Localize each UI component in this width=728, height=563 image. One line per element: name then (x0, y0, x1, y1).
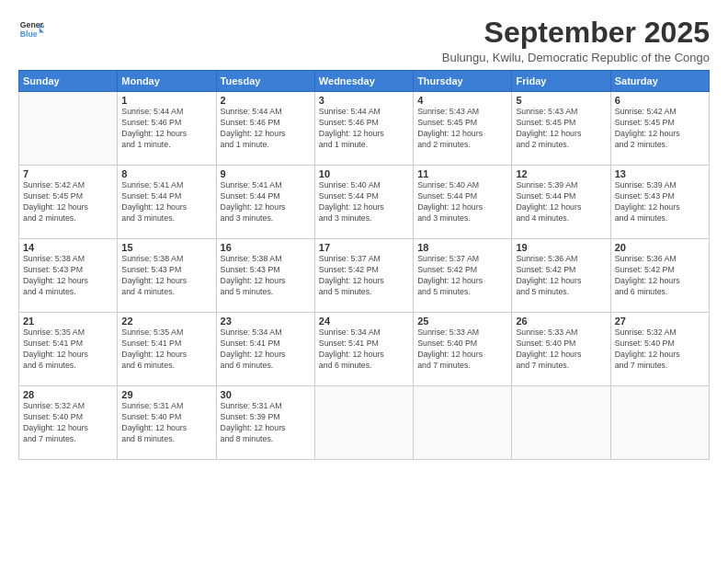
day-info: Sunrise: 5:38 AM Sunset: 5:43 PM Dayligh… (221, 254, 311, 298)
table-row: 15Sunrise: 5:38 AM Sunset: 5:43 PM Dayli… (118, 239, 216, 313)
col-saturday: Saturday (610, 71, 709, 92)
day-info: Sunrise: 5:37 AM Sunset: 5:42 PM Dayligh… (319, 254, 409, 298)
day-info: Sunrise: 5:44 AM Sunset: 5:46 PM Dayligh… (319, 107, 409, 151)
day-info: Sunrise: 5:31 AM Sunset: 5:40 PM Dayligh… (121, 401, 211, 445)
day-info: Sunrise: 5:33 AM Sunset: 5:40 PM Dayligh… (417, 327, 507, 372)
day-number: 13 (615, 168, 705, 179)
table-row: 27Sunrise: 5:32 AM Sunset: 5:40 PM Dayli… (610, 313, 709, 386)
day-info: Sunrise: 5:36 AM Sunset: 5:42 PM Dayligh… (516, 254, 606, 298)
day-number: 27 (615, 316, 705, 327)
day-number: 12 (516, 168, 606, 179)
day-number: 19 (516, 242, 606, 253)
col-thursday: Thursday (414, 71, 512, 92)
day-info: Sunrise: 5:35 AM Sunset: 5:41 PM Dayligh… (121, 327, 211, 372)
day-info: Sunrise: 5:34 AM Sunset: 5:41 PM Dayligh… (319, 327, 409, 372)
table-row: 1Sunrise: 5:44 AM Sunset: 5:46 PM Daylig… (118, 92, 216, 166)
svg-text:Blue: Blue (20, 29, 38, 39)
day-number: 21 (23, 316, 113, 327)
table-row: 29Sunrise: 5:31 AM Sunset: 5:40 PM Dayli… (118, 386, 216, 460)
day-info: Sunrise: 5:42 AM Sunset: 5:45 PM Dayligh… (615, 107, 705, 151)
day-number: 2 (221, 95, 311, 106)
day-info: Sunrise: 5:32 AM Sunset: 5:40 PM Dayligh… (23, 401, 113, 445)
day-info: Sunrise: 5:44 AM Sunset: 5:46 PM Dayligh… (221, 107, 311, 151)
calendar-week-row: 14Sunrise: 5:38 AM Sunset: 5:43 PM Dayli… (19, 239, 710, 313)
table-row: 28Sunrise: 5:32 AM Sunset: 5:40 PM Dayli… (19, 386, 118, 460)
logo: General Blue (18, 17, 44, 42)
table-row: 10Sunrise: 5:40 AM Sunset: 5:44 PM Dayli… (314, 166, 413, 239)
day-number: 1 (121, 95, 211, 106)
day-info: Sunrise: 5:32 AM Sunset: 5:40 PM Dayligh… (615, 327, 705, 372)
col-monday: Monday (118, 71, 216, 92)
page-header: General Blue September 2025 Bulungu, Kwi… (18, 17, 710, 64)
day-info: Sunrise: 5:42 AM Sunset: 5:45 PM Dayligh… (23, 180, 113, 224)
month-title: September 2025 (442, 17, 710, 49)
day-info: Sunrise: 5:36 AM Sunset: 5:42 PM Dayligh… (615, 254, 705, 298)
location-subtitle: Bulungu, Kwilu, Democratic Republic of t… (442, 51, 710, 64)
col-sunday: Sunday (19, 71, 118, 92)
table-row: 26Sunrise: 5:33 AM Sunset: 5:40 PM Dayli… (512, 313, 610, 386)
table-row (512, 386, 610, 460)
day-info: Sunrise: 5:41 AM Sunset: 5:44 PM Dayligh… (221, 180, 311, 224)
day-number: 25 (417, 316, 507, 327)
day-number: 18 (417, 242, 507, 253)
table-row: 5Sunrise: 5:43 AM Sunset: 5:45 PM Daylig… (512, 92, 610, 166)
table-row: 12Sunrise: 5:39 AM Sunset: 5:44 PM Dayli… (512, 166, 610, 239)
day-number: 15 (121, 242, 211, 253)
day-number: 30 (221, 389, 311, 400)
day-number: 17 (319, 242, 409, 253)
col-wednesday: Wednesday (314, 71, 413, 92)
day-info: Sunrise: 5:37 AM Sunset: 5:42 PM Dayligh… (417, 254, 507, 298)
table-row: 11Sunrise: 5:40 AM Sunset: 5:44 PM Dayli… (414, 166, 512, 239)
day-info: Sunrise: 5:39 AM Sunset: 5:43 PM Dayligh… (615, 180, 705, 224)
table-row: 13Sunrise: 5:39 AM Sunset: 5:43 PM Dayli… (610, 166, 709, 239)
table-row (610, 386, 709, 460)
calendar-header-row: Sunday Monday Tuesday Wednesday Thursday… (19, 71, 710, 92)
calendar-table: Sunday Monday Tuesday Wednesday Thursday… (18, 70, 710, 460)
day-info: Sunrise: 5:38 AM Sunset: 5:43 PM Dayligh… (23, 254, 113, 298)
day-info: Sunrise: 5:44 AM Sunset: 5:46 PM Dayligh… (121, 107, 211, 151)
table-row: 25Sunrise: 5:33 AM Sunset: 5:40 PM Dayli… (414, 313, 512, 386)
day-info: Sunrise: 5:40 AM Sunset: 5:44 PM Dayligh… (417, 180, 507, 224)
table-row: 30Sunrise: 5:31 AM Sunset: 5:39 PM Dayli… (216, 386, 314, 460)
table-row: 7Sunrise: 5:42 AM Sunset: 5:45 PM Daylig… (19, 166, 118, 239)
day-info: Sunrise: 5:38 AM Sunset: 5:43 PM Dayligh… (121, 254, 211, 298)
day-info: Sunrise: 5:31 AM Sunset: 5:39 PM Dayligh… (221, 401, 311, 445)
table-row (414, 386, 512, 460)
day-number: 10 (319, 168, 409, 179)
table-row: 21Sunrise: 5:35 AM Sunset: 5:41 PM Dayli… (19, 313, 118, 386)
day-number: 14 (23, 242, 113, 253)
day-info: Sunrise: 5:43 AM Sunset: 5:45 PM Dayligh… (516, 107, 606, 151)
table-row (19, 92, 118, 166)
table-row: 18Sunrise: 5:37 AM Sunset: 5:42 PM Dayli… (414, 239, 512, 313)
calendar-week-row: 21Sunrise: 5:35 AM Sunset: 5:41 PM Dayli… (19, 313, 710, 386)
day-number: 11 (417, 168, 507, 179)
day-number: 4 (417, 95, 507, 106)
table-row: 22Sunrise: 5:35 AM Sunset: 5:41 PM Dayli… (118, 313, 216, 386)
col-friday: Friday (512, 71, 610, 92)
calendar-week-row: 7Sunrise: 5:42 AM Sunset: 5:45 PM Daylig… (19, 166, 710, 239)
table-row: 23Sunrise: 5:34 AM Sunset: 5:41 PM Dayli… (216, 313, 314, 386)
table-row: 3Sunrise: 5:44 AM Sunset: 5:46 PM Daylig… (314, 92, 413, 166)
day-number: 8 (121, 168, 211, 179)
table-row: 8Sunrise: 5:41 AM Sunset: 5:44 PM Daylig… (118, 166, 216, 239)
day-info: Sunrise: 5:43 AM Sunset: 5:45 PM Dayligh… (417, 107, 507, 151)
table-row: 4Sunrise: 5:43 AM Sunset: 5:45 PM Daylig… (414, 92, 512, 166)
day-info: Sunrise: 5:33 AM Sunset: 5:40 PM Dayligh… (516, 327, 606, 372)
calendar-week-row: 1Sunrise: 5:44 AM Sunset: 5:46 PM Daylig… (19, 92, 710, 166)
day-number: 5 (516, 95, 606, 106)
table-row: 17Sunrise: 5:37 AM Sunset: 5:42 PM Dayli… (314, 239, 413, 313)
day-info: Sunrise: 5:35 AM Sunset: 5:41 PM Dayligh… (23, 327, 113, 372)
day-info: Sunrise: 5:39 AM Sunset: 5:44 PM Dayligh… (516, 180, 606, 224)
day-number: 20 (615, 242, 705, 253)
table-row: 6Sunrise: 5:42 AM Sunset: 5:45 PM Daylig… (610, 92, 709, 166)
calendar-week-row: 28Sunrise: 5:32 AM Sunset: 5:40 PM Dayli… (19, 386, 710, 460)
table-row: 16Sunrise: 5:38 AM Sunset: 5:43 PM Dayli… (216, 239, 314, 313)
day-number: 23 (221, 316, 311, 327)
table-row: 2Sunrise: 5:44 AM Sunset: 5:46 PM Daylig… (216, 92, 314, 166)
day-number: 29 (121, 389, 211, 400)
table-row (314, 386, 413, 460)
table-row: 14Sunrise: 5:38 AM Sunset: 5:43 PM Dayli… (19, 239, 118, 313)
day-info: Sunrise: 5:41 AM Sunset: 5:44 PM Dayligh… (121, 180, 211, 224)
day-number: 3 (319, 95, 409, 106)
day-number: 24 (319, 316, 409, 327)
